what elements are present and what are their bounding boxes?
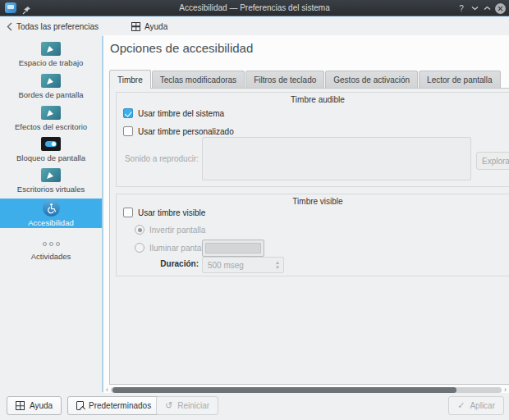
sidebar-item-activities[interactable]: Actividades — [0, 238, 102, 261]
reset-button[interactable]: ↺ Reiniciar — [156, 396, 218, 415]
tab-bar: Timbre Teclas modificadoras Filtros de t… — [109, 70, 502, 89]
accessibility-icon — [43, 199, 60, 217]
titlebar: Accesibilidad — Preferencias del sistema… — [0, 0, 509, 16]
duration-spinbox[interactable]: 500 mseg ▴▾ — [202, 257, 284, 273]
workspace-icon — [41, 42, 61, 56]
tab-keyboard-filters[interactable]: Filtros de teclado — [245, 71, 324, 88]
activities-icon — [43, 242, 60, 246]
audible-bell-group: Timbre audible Usar timbre del sistema U… — [116, 92, 509, 187]
checkmark-icon: ✓ — [457, 401, 465, 410]
tab-modifier-keys[interactable]: Teclas modificadoras — [152, 71, 245, 88]
desktop-effects-icon — [41, 106, 61, 120]
sidebar-item-desktop-effects[interactable]: Efectos del escritorio — [0, 106, 102, 131]
flash-screen-radio[interactable]: Iluminar pantalla — [135, 243, 209, 253]
toolbar-help-button[interactable]: Ayuda — [126, 17, 172, 35]
maximize-icon[interactable] — [480, 0, 493, 16]
scrollbar-track[interactable] — [111, 387, 502, 393]
help-window-icon — [16, 401, 25, 410]
duration-label: Duración: — [117, 259, 199, 268]
sidebar: Espacio de trabajo Bordes de pantalla Ef… — [0, 35, 102, 420]
main-panel: Opciones de accesibilidad Timbre Teclas … — [103, 35, 509, 393]
invert-screen-radio[interactable]: Invertir pantalla — [135, 225, 205, 235]
visible-bell-group: Timbre visible Usar timbre visible Inver… — [116, 194, 509, 276]
horizontal-scrollbar[interactable]: ‹ › — [106, 386, 507, 394]
sidebar-item-screen-edges[interactable]: Bordes de pantalla — [0, 74, 102, 99]
custom-bell-checkbox[interactable]: Usar timbre personalizado — [123, 126, 234, 136]
window-help-button[interactable]: ? — [455, 0, 468, 16]
document-icon — [76, 401, 84, 410]
minimize-icon[interactable] — [468, 0, 481, 16]
radio-selected-icon — [135, 225, 144, 235]
browse-sound-button[interactable]: Explorar... — [476, 152, 509, 170]
system-bell-checkbox[interactable]: Usar timbre del sistema — [123, 108, 224, 118]
virtual-desktops-icon — [41, 168, 61, 182]
toolbar: Todas las preferencias Ayuda — [0, 17, 509, 35]
help-button[interactable]: Ayuda — [7, 396, 62, 415]
audible-bell-group-title: Timbre audible — [117, 95, 509, 104]
undo-icon: ↺ — [165, 401, 172, 410]
sidebar-item-workspace[interactable]: Espacio de trabajo — [0, 42, 102, 67]
screen-edges-icon — [41, 74, 61, 88]
back-chevron-icon — [7, 22, 12, 31]
screen-lock-icon — [41, 137, 61, 151]
page-title: Opciones de accesibilidad — [110, 41, 253, 55]
scroll-left-icon[interactable]: ‹ — [106, 386, 108, 394]
all-preferences-back-button[interactable]: Todas las preferencias — [2, 17, 103, 35]
scroll-right-icon[interactable]: › — [504, 386, 507, 394]
close-icon[interactable] — [493, 0, 507, 16]
help-window-icon — [131, 22, 140, 31]
sound-to-play-label: Sonido a reproducir: — [117, 154, 199, 163]
checkbox-checked-icon — [123, 108, 133, 118]
tab-bell[interactable]: Timbre — [109, 70, 151, 89]
checkbox-unchecked-icon — [123, 208, 133, 217]
visible-bell-checkbox[interactable]: Usar timbre visible — [123, 208, 205, 217]
scrollbar-thumb[interactable] — [112, 387, 456, 393]
flash-color-button[interactable] — [202, 240, 264, 257]
tab-activation-gestures[interactable]: Gestos de activación — [325, 71, 418, 88]
sidebar-item-screen-locking[interactable]: Bloqueo de pantalla — [0, 137, 102, 162]
sidebar-item-virtual-desktops[interactable]: Escritorios virtuales — [0, 168, 102, 194]
tab-screen-reader[interactable]: Lector de pantalla — [419, 71, 501, 88]
bell-tab-panel: Timbre audible Usar timbre del sistema U… — [109, 88, 509, 385]
visible-bell-group-title: Timbre visible — [117, 197, 509, 206]
system-settings-window: Accesibilidad — Preferencias del sistema… — [0, 0, 509, 420]
radio-unselected-icon — [135, 243, 144, 253]
checkbox-unchecked-icon — [123, 126, 133, 136]
sound-file-input[interactable] — [202, 137, 471, 180]
duration-value: 500 mseg — [203, 261, 272, 270]
window-title: Accesibilidad — Preferencias del sistema — [0, 3, 509, 12]
spinner-arrows-icon[interactable]: ▴▾ — [272, 260, 283, 270]
defaults-button[interactable]: Predeterminados — [67, 396, 160, 415]
sidebar-item-accessibility[interactable]: Accesibilidad — [0, 199, 102, 228]
color-swatch — [205, 243, 261, 253]
apply-button[interactable]: ✓ Aplicar — [448, 396, 504, 415]
